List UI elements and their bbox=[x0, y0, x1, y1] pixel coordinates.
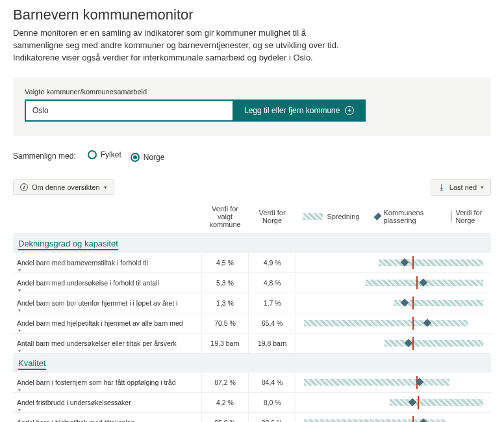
value-valgt: 5,3 % bbox=[201, 272, 249, 293]
download-icon: ⭳ bbox=[438, 183, 446, 192]
plot-cell bbox=[296, 373, 491, 393]
value-norge: 84,4 % bbox=[249, 373, 296, 393]
value-valgt: 87,2 % bbox=[201, 373, 249, 393]
value-norge: 90,6 % bbox=[249, 412, 296, 422]
value-valgt: 4,5 % bbox=[201, 253, 249, 273]
section-title[interactable]: Kvalitet bbox=[18, 358, 46, 370]
spread-bar bbox=[304, 379, 450, 386]
info-icon: i bbox=[20, 183, 28, 191]
chevron-down-icon: ▾ bbox=[481, 184, 484, 191]
plot-cell bbox=[296, 293, 491, 313]
value-norge: 65,4 % bbox=[249, 313, 296, 333]
spread-bar bbox=[384, 340, 484, 347]
kommune-selector-label: Valgte kommuner/kommunesamarbeid bbox=[25, 88, 479, 96]
indicator-label[interactable]: Andel barn som bor utenfor hjemmet i i l… bbox=[13, 293, 201, 313]
table-row: Antall barn med undersøkelser eller tilt… bbox=[13, 333, 491, 353]
value-norge: 4,8 % bbox=[249, 272, 296, 293]
value-norge: 4,9 % bbox=[249, 253, 296, 273]
indicator-label[interactable]: Antall barn med undersøkelser eller tilt… bbox=[13, 333, 201, 353]
section-header: Dekningsgrad og kapasitet bbox=[13, 233, 491, 253]
indicator-label[interactable]: Andel barn i fosterhjem som har fått opp… bbox=[13, 373, 201, 393]
norm-line bbox=[412, 256, 414, 269]
compare-row: Sammenlign med: FylketNorge bbox=[13, 150, 491, 162]
kommune-input[interactable] bbox=[25, 99, 233, 122]
add-remove-kommune-button[interactable]: Legg til eller fjern kommune + bbox=[233, 99, 366, 122]
norm-line bbox=[416, 276, 418, 289]
download-button[interactable]: ⭳ Last ned ▾ bbox=[431, 179, 491, 196]
radio-label: Fylket bbox=[101, 150, 121, 159]
legend-spread: Spredning bbox=[327, 213, 359, 220]
table-toolbar: i Om denne oversikten ▾ ⭳ Last ned ▾ bbox=[13, 179, 491, 196]
radio-label: Norge bbox=[144, 153, 165, 162]
about-overview-button[interactable]: i Om denne oversikten ▾ bbox=[13, 179, 114, 195]
compare-label: Sammenlign med: bbox=[13, 152, 76, 161]
plot-cell bbox=[296, 313, 491, 333]
value-valgt: 4,2 % bbox=[201, 392, 249, 412]
column-header-valgt: Verdi for valgt kommune bbox=[201, 200, 249, 234]
norm-line bbox=[412, 317, 414, 330]
norm-line bbox=[412, 297, 414, 310]
indicator-label[interactable]: Andel barn med barnevernstiltak i forhol… bbox=[13, 253, 201, 273]
value-norge: 19,8 barn bbox=[249, 333, 296, 353]
indicator-label[interactable]: Andel barn med hjelpetiltak i hjemmet av… bbox=[13, 313, 201, 333]
norm-tick-icon bbox=[451, 211, 451, 222]
table-row: Andel barn i fosterhjem som har fått opp… bbox=[13, 373, 491, 393]
value-valgt: 1,3 % bbox=[201, 293, 249, 313]
value-norge: 8,0 % bbox=[249, 392, 296, 412]
norm-line bbox=[412, 416, 414, 422]
page-title: Barnevern kommunemonitor bbox=[13, 7, 491, 23]
radio-icon bbox=[88, 150, 97, 159]
page-intro: Denne monitoren er en samling av indikat… bbox=[13, 27, 351, 64]
chevron-down-icon: ▾ bbox=[104, 184, 107, 191]
plot-cell bbox=[296, 272, 491, 293]
add-remove-kommune-label: Legg til eller fjern kommune bbox=[244, 106, 340, 115]
kommune-selector: Valgte kommuner/kommunesamarbeid Legg ti… bbox=[13, 77, 491, 136]
column-header-norge: Verdi for Norge bbox=[249, 200, 296, 234]
value-valgt: 70,5 % bbox=[201, 313, 249, 333]
spread-swatch bbox=[303, 213, 323, 220]
legend-norm: Verdi for Norge bbox=[455, 209, 488, 224]
section-header: Kvalitet bbox=[13, 353, 491, 373]
spread-bar bbox=[304, 320, 469, 326]
indicator-label[interactable]: Andel fristbrudd i undersøkelsessaker bbox=[13, 392, 201, 412]
table-row: Andel barn i hjelpetiltak med tiltakspla… bbox=[13, 412, 491, 422]
indicator-label[interactable]: Andel barn i hjelpetiltak med tiltakspla… bbox=[13, 412, 201, 422]
table-row: Andel barn som bor utenfor hjemmet i i l… bbox=[13, 293, 491, 313]
table-row: Andel barn med undersøkelse i forhold ti… bbox=[13, 272, 491, 293]
table-row: Andel barn med barnevernstiltak i forhol… bbox=[13, 253, 491, 273]
plot-cell bbox=[296, 412, 491, 422]
spread-bar bbox=[390, 399, 483, 406]
compare-radio-norge[interactable]: Norge bbox=[131, 153, 165, 162]
table-row: Andel fristbrudd i undersøkelsessaker4,2… bbox=[13, 392, 491, 412]
compare-radio-fylket[interactable]: Fylket bbox=[88, 150, 121, 159]
plot-cell bbox=[296, 392, 491, 412]
diamond-icon bbox=[373, 213, 381, 220]
section-title[interactable]: Dekningsgrad og kapasitet bbox=[18, 239, 118, 250]
norm-line bbox=[418, 396, 419, 409]
spread-bar bbox=[379, 259, 483, 266]
indicator-label[interactable]: Andel barn med undersøkelse i forhold ti… bbox=[13, 272, 201, 293]
download-label: Last ned bbox=[449, 183, 477, 191]
plot-cell bbox=[296, 333, 491, 353]
plus-icon: + bbox=[345, 106, 354, 115]
about-overview-label: Om denne oversikten bbox=[32, 183, 100, 191]
table-row: Andel barn med hjelpetiltak i hjemmet av… bbox=[13, 313, 491, 333]
value-valgt: 19,3 barn bbox=[201, 333, 249, 353]
plot-cell bbox=[296, 253, 491, 273]
indicator-table: Verdi for valgt kommune Verdi for Norge … bbox=[13, 200, 491, 422]
legend-placement: Kommunens plassering bbox=[383, 209, 435, 224]
value-norge: 1,7 % bbox=[249, 293, 296, 313]
value-valgt: 95,0 % bbox=[201, 412, 249, 422]
radio-icon bbox=[131, 153, 140, 162]
plot-legend: Spredning Kommunens plassering Verdi for… bbox=[299, 209, 488, 224]
